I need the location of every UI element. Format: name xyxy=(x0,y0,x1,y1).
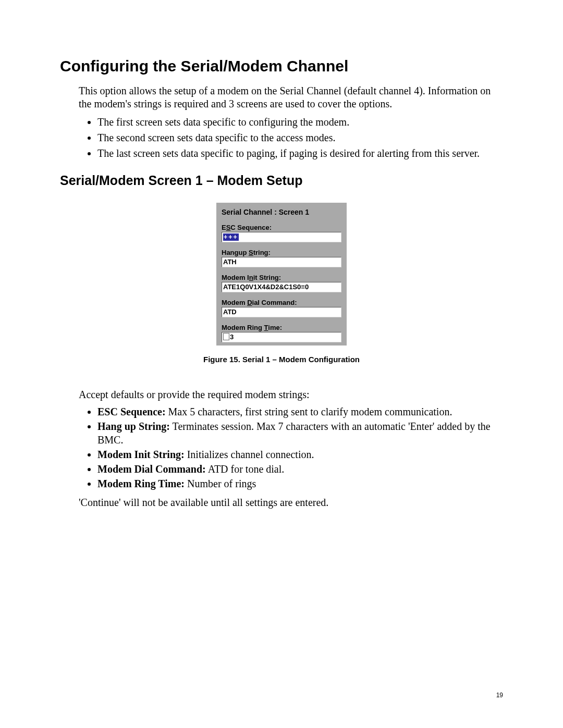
list-item: Hang up String: Terminates session. Max … xyxy=(97,419,503,447)
list-item: Modem Ring Time: Number of rings xyxy=(97,477,503,490)
term-desc: Initializes channel connection. xyxy=(185,449,314,460)
label-hotkey: D xyxy=(247,299,252,306)
heading-main: Configuring the Serial/Modem Channel xyxy=(60,57,503,75)
term: Modem Ring Time: xyxy=(97,478,185,489)
label-hotkey: n xyxy=(249,274,253,281)
list-item: The last screen sets data specific to pa… xyxy=(97,146,503,161)
label-text: tring: xyxy=(253,249,271,256)
label-text: Hangup xyxy=(222,249,249,256)
field-modem-init-string: Modem Init String: ATE1Q0V1X4&D2&C1S0=0 xyxy=(222,274,341,292)
intro-bullet-list: The first screen sets data specific to c… xyxy=(79,115,503,161)
input-esc-sequence[interactable]: +++ xyxy=(222,232,341,242)
label-hangup-string: Hangup String: xyxy=(222,249,341,256)
input-value: +++ xyxy=(223,233,239,241)
label-text: E xyxy=(222,224,226,231)
figure-caption: Figure 15. Serial 1 – Modem Configuratio… xyxy=(60,355,503,364)
list-item: Modem Dial Command: ATD for tone dial. xyxy=(97,462,503,476)
heading-sub: Serial/Modem Screen 1 – Modem Setup xyxy=(60,173,503,188)
label-text: ial Command: xyxy=(252,299,297,306)
field-esc-sequence: ESC Sequence: +++ xyxy=(222,224,341,242)
term: Hang up String: xyxy=(97,421,170,432)
field-modem-ring-time: Modem Ring Time: 3 xyxy=(222,324,341,342)
label-hotkey: S xyxy=(249,249,253,256)
field-modem-dial-command: Modem Dial Command: ATD xyxy=(222,299,341,317)
list-item: The first screen sets data specific to c… xyxy=(97,115,503,129)
label-modem-dial-command: Modem Dial Command: xyxy=(222,299,341,306)
label-modem-ring-time: Modem Ring Time: xyxy=(222,324,341,331)
list-item: The second screen sets data specific to … xyxy=(97,130,503,145)
label-text: Modem Ring xyxy=(222,324,264,331)
continue-note: 'Continue' will not be available until a… xyxy=(79,497,503,509)
input-modem-dial-command[interactable]: ATD xyxy=(222,307,341,317)
term: Modem Init String: xyxy=(97,449,185,460)
label-text: ime: xyxy=(268,324,282,331)
page-number: 19 xyxy=(496,692,503,699)
label-esc-sequence: ESC Sequence: xyxy=(222,224,341,231)
input-modem-ring-time[interactable]: 3 xyxy=(222,332,341,342)
label-text: it String: xyxy=(253,274,281,281)
label-text: C Sequence: xyxy=(230,224,272,231)
field-hangup-string: Hangup String: ATH xyxy=(222,249,341,267)
label-text: Modem I xyxy=(222,274,249,281)
term-desc: ATD for tone dial. xyxy=(206,463,285,475)
term-desc: Number of rings xyxy=(185,478,256,489)
list-item: Modem Init String: Initializes channel c… xyxy=(97,448,503,461)
input-hangup-string[interactable]: ATH xyxy=(222,257,341,267)
term: Modem Dial Command: xyxy=(97,463,206,475)
term-desc: Max 5 characters, first string sent to c… xyxy=(166,406,452,417)
dialog-title: Serial Channel : Screen 1 xyxy=(222,208,341,216)
page-content: Configuring the Serial/Modem Channel Thi… xyxy=(0,0,563,509)
serial-channel-dialog: Serial Channel : Screen 1 ESC Sequence: … xyxy=(216,203,347,346)
list-item: ESC Sequence: Max 5 characters, first st… xyxy=(97,405,503,418)
dialog-figure: Serial Channel : Screen 1 ESC Sequence: … xyxy=(60,203,503,346)
label-text: Modem xyxy=(222,299,247,306)
label-modem-init-string: Modem Init String: xyxy=(222,274,341,281)
definitions-list: ESC Sequence: Max 5 characters, first st… xyxy=(79,405,503,490)
intro-paragraph: This option allows the setup of a modem … xyxy=(79,84,503,110)
accept-defaults-line: Accept defaults or provide the required … xyxy=(79,389,503,401)
term: ESC Sequence: xyxy=(97,406,166,417)
input-modem-init-string[interactable]: ATE1Q0V1X4&D2&C1S0=0 xyxy=(222,282,341,292)
